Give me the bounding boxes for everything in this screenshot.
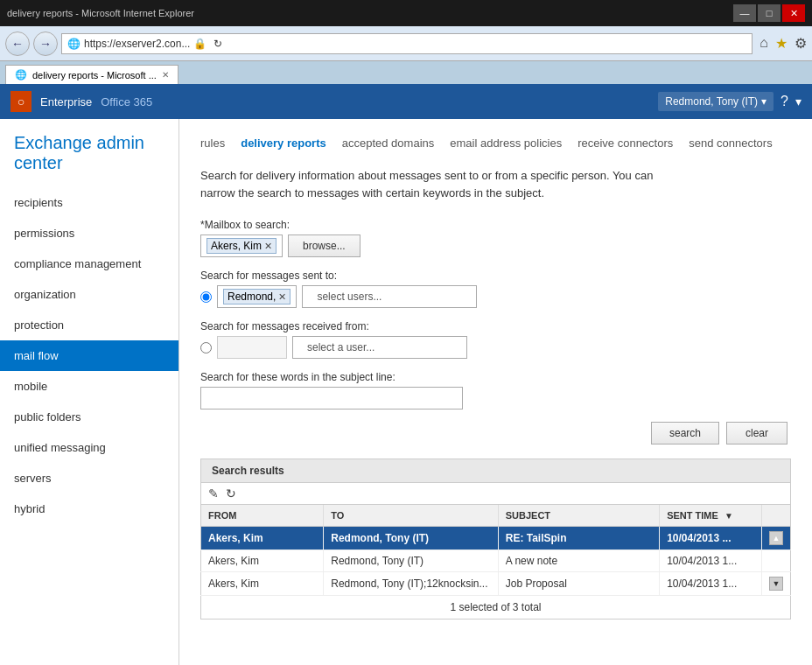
- sent-to-tag-remove[interactable]: ✕: [278, 291, 286, 303]
- settings-icon[interactable]: ▾: [795, 94, 802, 108]
- browser-bar: ← → 🌐 https://exserver2.con... 🔒 ↻ ⌂ ★ ⚙: [0, 26, 812, 61]
- title-bar-controls: — □ ✕: [733, 4, 805, 22]
- browse-button[interactable]: browse...: [288, 234, 360, 257]
- sidebar-item-permissions[interactable]: permissions: [0, 218, 178, 248]
- subnav-receive-connectors[interactable]: receive connectors: [578, 136, 673, 150]
- subject-label: Search for these words in the subject li…: [200, 371, 791, 383]
- sidebar-nav: recipientspermissionscompliance manageme…: [0, 187, 178, 524]
- sort-arrow: ▼: [724, 511, 733, 521]
- user-dropdown[interactable]: Redmond, Tony (IT) ▾: [658, 92, 774, 111]
- sidebar: Exchange admin center recipientspermissi…: [0, 119, 179, 665]
- select-user-button[interactable]: select a user...: [292, 336, 467, 359]
- scroll-cell: ▼: [761, 572, 790, 596]
- mailbox-section: *Mailbox to search: Akers, Kim ✕ browse.…: [200, 219, 791, 257]
- cell-sent_time: 10/04/2013 ...: [660, 527, 762, 550]
- col-to[interactable]: TO: [324, 505, 498, 527]
- subject-section: Search for these words in the subject li…: [200, 371, 791, 410]
- description: Search for delivery information about me…: [200, 167, 673, 201]
- tab-bar: 🌐 delivery reports - Microsoft ... ✕: [0, 61, 812, 84]
- sent-to-row: Redmond, ✕ select users...: [200, 285, 791, 308]
- mailbox-input-row: Akers, Kim ✕ browse...: [200, 234, 791, 257]
- table-row[interactable]: Akers, KimRedmond, Tony (IT)RE: TailSpin…: [201, 527, 791, 550]
- title-bar: delivery reports - Microsoft Internet Ex…: [0, 0, 812, 26]
- site-icon: 🌐: [67, 38, 80, 50]
- tab-icon: 🌐: [15, 69, 27, 80]
- subject-input[interactable]: [200, 387, 463, 410]
- help-button[interactable]: ?: [780, 94, 788, 109]
- page-title: Exchange admin center: [0, 133, 178, 187]
- sidebar-item-mobile[interactable]: mobile: [0, 371, 178, 402]
- results-table-header: FROM TO SUBJECT SENT TIME ▼: [201, 505, 791, 527]
- favorites-icon[interactable]: ★: [775, 35, 788, 52]
- refresh-icon[interactable]: ↻: [214, 38, 222, 50]
- sidebar-item-recipients[interactable]: recipients: [0, 187, 178, 218]
- lock-icon: 🔒: [193, 38, 206, 50]
- cell-from: Akers, Kim: [201, 550, 324, 572]
- mailbox-tag-remove[interactable]: ✕: [264, 241, 272, 252]
- edit-icon[interactable]: ✎: [208, 486, 219, 500]
- cell-subject: RE: TailSpin: [498, 527, 659, 550]
- mailbox-tag-input[interactable]: Akers, Kim ✕: [200, 234, 283, 257]
- sidebar-item-protection[interactable]: protection: [0, 310, 178, 340]
- table-row[interactable]: Akers, KimRedmond, Tony (IT)A new note10…: [201, 550, 791, 572]
- sent-to-tag-input[interactable]: Redmond, ✕: [217, 285, 297, 308]
- subnav-accepted-domains[interactable]: accepted domains: [342, 136, 435, 150]
- sidebar-item-organization[interactable]: organization: [0, 279, 178, 310]
- tab-close-button[interactable]: ✕: [162, 70, 169, 80]
- results-footer: 1 selected of 3 total: [200, 596, 791, 620]
- sidebar-item-public-folders[interactable]: public folders: [0, 402, 178, 432]
- sidebar-item-servers[interactable]: servers: [0, 463, 178, 494]
- sidebar-item-compliance-management[interactable]: compliance management: [0, 248, 178, 279]
- scroll-cell: [761, 550, 790, 572]
- mailbox-tag-value: Akers, Kim: [211, 240, 262, 252]
- clear-button[interactable]: clear: [726, 422, 788, 444]
- sidebar-item-unified-messaging[interactable]: unified messaging: [0, 432, 178, 463]
- subnav-delivery-reports[interactable]: delivery reports: [241, 136, 326, 150]
- results-body: Akers, KimRedmond, Tony (IT)RE: TailSpin…: [201, 527, 791, 596]
- sidebar-item-mail-flow[interactable]: mail flow: [0, 340, 178, 371]
- table-row[interactable]: Akers, KimRedmond, Tony (IT);12knocksin.…: [201, 572, 791, 596]
- col-from[interactable]: FROM: [201, 505, 324, 527]
- search-button[interactable]: search: [651, 422, 719, 444]
- minimize-button[interactable]: —: [733, 4, 756, 22]
- cell-from: Akers, Kim: [201, 527, 324, 550]
- cell-from: Akers, Kim: [201, 572, 324, 596]
- received-from-input[interactable]: [217, 336, 287, 359]
- cell-sent_time: 10/04/2013 1...: [660, 550, 762, 572]
- received-from-radio[interactable]: [200, 342, 212, 354]
- results-table: FROM TO SUBJECT SENT TIME ▼ Akers, KimRe…: [200, 505, 791, 596]
- title-bar-label: delivery reports - Microsoft Internet Ex…: [7, 8, 194, 18]
- subnav-send-connectors[interactable]: send connectors: [689, 136, 772, 150]
- col-sent-time[interactable]: SENT TIME ▼: [660, 505, 762, 527]
- received-from-row: select a user...: [200, 336, 791, 359]
- search-results-header: Search results: [200, 458, 791, 483]
- select-users-button[interactable]: select users...: [302, 285, 477, 308]
- sent-to-tag-value: Redmond,: [228, 290, 276, 303]
- mailbox-tag: Akers, Kim ✕: [206, 238, 276, 254]
- address-bar[interactable]: 🌐 https://exserver2.con... 🔒 ↻: [61, 33, 752, 54]
- subnav-rules[interactable]: rules: [200, 136, 225, 150]
- sidebar-item-hybrid[interactable]: hybrid: [0, 494, 178, 524]
- scroll-up-button[interactable]: ▲: [769, 531, 783, 545]
- browser-tab[interactable]: 🌐 delivery reports - Microsoft ... ✕: [5, 65, 178, 84]
- sent-to-label: Search for messages sent to:: [200, 270, 791, 282]
- scroll-down-button[interactable]: ▼: [769, 577, 783, 591]
- home-icon[interactable]: ⌂: [760, 35, 768, 52]
- office365-label: Office 365: [101, 95, 152, 108]
- top-nav: ○ Enterprise Office 365 Redmond, Tony (I…: [0, 84, 812, 119]
- enterprise-label: Enterprise: [40, 95, 92, 108]
- sent-to-radio[interactable]: [200, 291, 212, 303]
- subnav-email-address-policies[interactable]: email address policies: [450, 136, 562, 150]
- address-text: https://exserver2.con...: [84, 38, 190, 50]
- back-button[interactable]: ←: [5, 32, 30, 56]
- tools-icon[interactable]: ⚙: [794, 35, 807, 52]
- close-button[interactable]: ✕: [782, 4, 805, 22]
- refresh-icon[interactable]: ↻: [226, 486, 236, 500]
- maximize-button[interactable]: □: [758, 4, 780, 22]
- sub-nav: rulesdelivery reportsaccepted domainsema…: [200, 136, 791, 150]
- content-area: rulesdelivery reportsaccepted domainsema…: [179, 119, 812, 665]
- forward-button[interactable]: →: [33, 32, 58, 56]
- col-subject[interactable]: SUBJECT: [498, 505, 659, 527]
- received-from-label: Search for messages received from:: [200, 320, 791, 332]
- tab-label: delivery reports - Microsoft ...: [32, 70, 157, 80]
